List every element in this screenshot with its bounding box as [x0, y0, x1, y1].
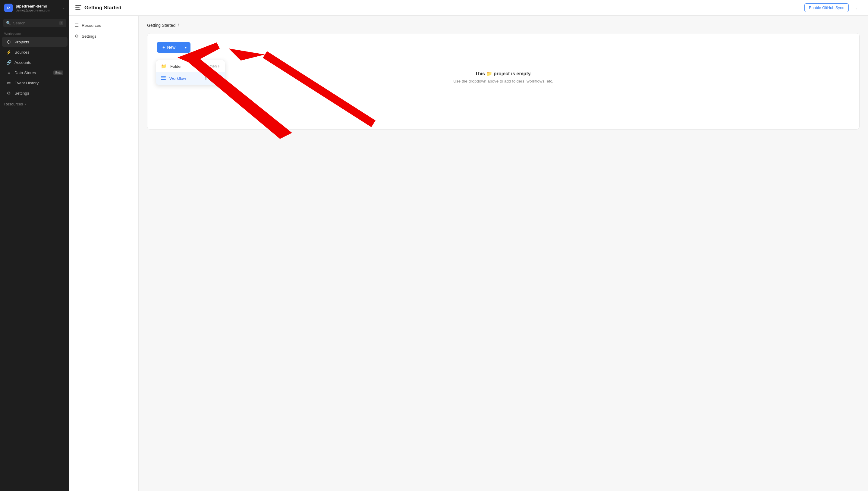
topbar: Getting Started Enable GitHub Sync ⋮	[69, 0, 868, 16]
sidebar-item-sources[interactable]: ⚡ Sources	[2, 47, 67, 57]
resources-icon: ☰	[75, 23, 79, 28]
dropdown-menu: 📁 Folder N then F Workflow	[156, 60, 225, 85]
new-button-main[interactable]: + New	[157, 42, 181, 53]
svg-rect-3	[161, 76, 166, 77]
folder-shortcut: N then F	[206, 64, 220, 68]
svg-rect-0	[75, 5, 81, 6]
svg-marker-9	[177, 42, 292, 139]
data-stores-icon: ≡	[6, 70, 11, 75]
svg-rect-4	[161, 78, 166, 79]
user-email: demo@pipedream.com	[16, 8, 59, 12]
more-options-icon[interactable]: ⋮	[852, 3, 862, 12]
main-area: Getting Started Enable GitHub Sync ⋮ ☰ R…	[69, 0, 868, 491]
empty-state: This 📁 project is empty. Use the dropdow…	[157, 71, 850, 83]
content-row: ☰ Resources ⚙ Settings Getting Started /…	[69, 16, 868, 491]
beta-badge: Beta	[53, 70, 63, 75]
sidebar-item-label: Event History	[15, 81, 38, 85]
left-panel-settings[interactable]: ⚙ Settings	[69, 31, 138, 41]
settings-icon: ⚙	[75, 33, 79, 39]
search-shortcut: /	[59, 21, 63, 25]
red-arrow-annotation	[205, 46, 386, 136]
sidebar-item-label: Sources	[15, 50, 30, 55]
sidebar-item-label: Accounts	[15, 60, 31, 65]
workflow-label: Workflow	[169, 76, 201, 81]
resources-chevron: ›	[25, 102, 26, 106]
resources-section[interactable]: Resources ›	[0, 99, 69, 109]
projects-icon: ⬡	[6, 39, 11, 44]
sidebar-item-label: Projects	[15, 40, 29, 44]
breadcrumb-link[interactable]: Getting Started	[147, 23, 175, 28]
project-folder-icon: 📁	[486, 71, 492, 76]
folder-label: Folder	[170, 64, 202, 69]
page-content: Getting Started / + New ▾	[139, 16, 868, 491]
svg-line-8	[265, 55, 373, 124]
settings-icon: ⚙	[6, 91, 11, 95]
sidebar-item-accounts[interactable]: 🔗 Accounts	[2, 58, 67, 67]
new-button-arrow[interactable]: ▾	[181, 42, 191, 53]
left-panel: ☰ Resources ⚙ Settings	[69, 16, 139, 491]
left-panel-resources-label: Resources	[82, 23, 101, 28]
sidebar-item-label: Settings	[15, 91, 29, 95]
sources-icon: ⚡	[6, 50, 11, 55]
accounts-icon: 🔗	[6, 60, 11, 65]
workflow-shortcut: N then W	[205, 77, 220, 81]
sidebar-item-settings[interactable]: ⚙ Settings	[2, 88, 67, 98]
svg-rect-5	[161, 79, 166, 80]
search-bar[interactable]: 🔍 Search... /	[3, 19, 66, 27]
svg-rect-1	[75, 7, 80, 7]
enable-github-sync-button[interactable]: Enable GitHub Sync	[804, 3, 849, 12]
new-button-group: + New ▾	[157, 42, 850, 53]
avatar: P	[4, 4, 13, 12]
chevron-down-icon: ⌄	[62, 6, 65, 10]
search-placeholder: Search...	[13, 21, 57, 25]
plus-icon: +	[163, 45, 165, 50]
workspace-label: Workspace	[0, 29, 69, 37]
workflow-icon	[161, 76, 166, 81]
dropdown-item-workflow[interactable]: Workflow N then W	[156, 72, 225, 85]
sidebar-header-text: pipedream-demo demo@pipedream.com	[16, 4, 59, 12]
resources-label: Resources	[4, 102, 23, 106]
sidebar-item-projects[interactable]: ⬡ Projects	[2, 37, 67, 47]
left-panel-resources[interactable]: ☰ Resources	[69, 20, 138, 31]
sidebar-header[interactable]: P pipedream-demo demo@pipedream.com ⌄	[0, 0, 69, 16]
chevron-down-icon: ▾	[185, 45, 187, 50]
folder-icon: 📁	[161, 63, 167, 69]
red-arrow-svg	[165, 39, 376, 145]
page-title: Getting Started	[84, 5, 121, 11]
empty-state-subtitle: Use the dropdown above to add folders, w…	[157, 79, 850, 83]
new-button-label: New	[167, 45, 175, 50]
sidebar-item-label: Data Stores	[15, 70, 36, 75]
sidebar-item-data-stores[interactable]: ≡ Data Stores Beta	[2, 68, 67, 78]
breadcrumb: Getting Started /	[147, 23, 860, 28]
sidebar: P pipedream-demo demo@pipedream.com ⌄ 🔍 …	[0, 0, 69, 491]
project-card: + New ▾ 📁 Folder N then F	[147, 33, 860, 129]
breadcrumb-separator: /	[178, 23, 179, 28]
empty-state-title: This 📁 project is empty.	[157, 71, 850, 77]
search-icon: 🔍	[6, 21, 11, 25]
app-name: pipedream-demo	[16, 4, 59, 8]
page-icon	[75, 5, 81, 11]
event-history-icon: ≔	[6, 80, 11, 85]
dropdown-item-folder[interactable]: 📁 Folder N then F	[156, 60, 225, 72]
left-panel-settings-label: Settings	[82, 34, 96, 38]
sidebar-item-event-history[interactable]: ≔ Event History	[2, 78, 67, 88]
svg-rect-2	[75, 9, 81, 10]
